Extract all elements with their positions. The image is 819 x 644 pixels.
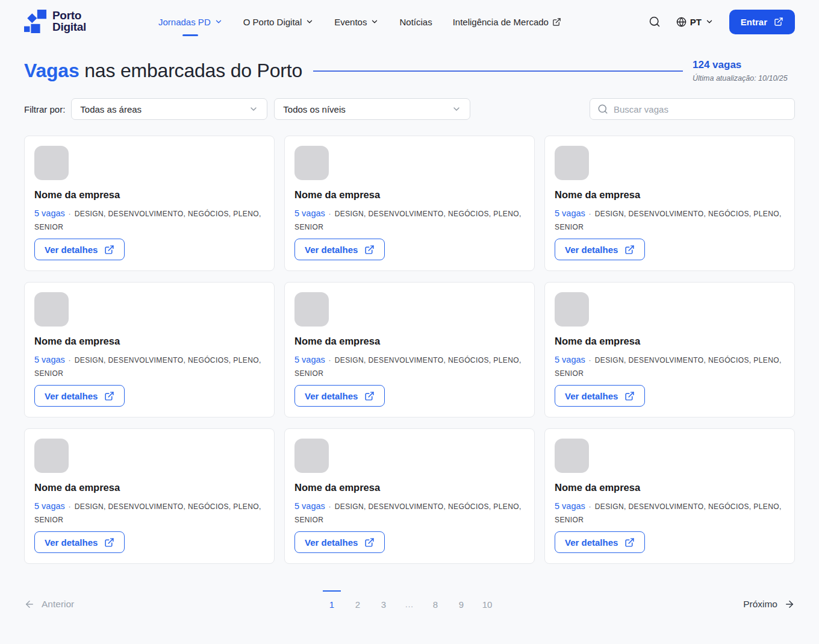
chevron-down-icon [305, 17, 314, 26]
page-title: Vagas nas embarcadas do Porto [24, 60, 302, 82]
meta-separator: · [589, 356, 591, 364]
vacancies-link[interactable]: 5 vagas [34, 501, 65, 511]
external-link-icon [364, 537, 375, 548]
main-nav: Jornadas PD O Porto Digital Eventos Notí… [158, 13, 561, 31]
page-number: ... [404, 600, 415, 609]
view-details-label: Ver detalhes [45, 391, 98, 401]
vacancies-link[interactable]: 5 vagas [34, 355, 65, 364]
nav-item-o-porto-digital[interactable]: O Porto Digital [243, 13, 314, 31]
vacancies-link[interactable]: 5 vagas [294, 501, 325, 511]
meta-separator: · [69, 356, 71, 364]
logo-text: Porto Digital [52, 10, 86, 33]
area-filter-dropdown[interactable]: Todas as áreas [71, 98, 267, 120]
company-logo-placeholder [34, 292, 69, 327]
company-logo-placeholder [294, 439, 329, 473]
nav-item-eventos[interactable]: Eventos [334, 13, 379, 31]
meta-separator: · [329, 210, 331, 218]
company-logo-placeholder [555, 439, 589, 473]
search-icon [597, 104, 608, 114]
external-link-icon [624, 391, 635, 401]
job-meta: 5 vagas · DESIGN, DESENVOLVIMENTO, NEGÓC… [555, 499, 785, 527]
job-card: Nome da empresa 5 vagas · DESIGN, DESENV… [284, 428, 535, 564]
login-button[interactable]: Entrar [729, 10, 795, 34]
job-meta: 5 vagas · DESIGN, DESENVOLVIMENTO, NEGÓC… [294, 206, 525, 234]
job-meta: 5 vagas · DESIGN, DESENVOLVIMENTO, NEGÓC… [555, 352, 785, 380]
view-details-button[interactable]: Ver detalhes [34, 385, 125, 407]
nav-item-jornadas-pd[interactable]: Jornadas PD [158, 13, 223, 31]
company-logo-placeholder [555, 146, 589, 180]
pagination-pages: 123...8910 [326, 599, 493, 610]
vacancies-link[interactable]: 5 vagas [555, 501, 585, 511]
view-details-button[interactable]: Ver detalhes [555, 239, 645, 260]
search-vagas-box [590, 98, 795, 120]
language-selector[interactable]: PT [676, 17, 714, 27]
company-name: Nome da empresa [555, 189, 785, 201]
view-details-button[interactable]: Ver detalhes [294, 531, 385, 553]
view-details-button[interactable]: Ver detalhes [555, 385, 645, 407]
company-name: Nome da empresa [294, 189, 525, 201]
job-card: Nome da empresa 5 vagas · DESIGN, DESENV… [544, 428, 795, 564]
view-details-label: Ver detalhes [565, 537, 618, 548]
company-name: Nome da empresa [294, 336, 525, 347]
page-number[interactable]: 3 [378, 599, 389, 610]
arrow-left-icon [24, 599, 35, 610]
page-number[interactable]: 1 [326, 599, 337, 610]
page-number[interactable]: 9 [456, 599, 467, 610]
job-card: Nome da empresa 5 vagas · DESIGN, DESENV… [544, 282, 795, 417]
external-link-icon [364, 245, 375, 255]
title-divider-line [313, 70, 683, 72]
chevron-down-icon [705, 17, 714, 26]
chevron-down-icon [249, 104, 258, 114]
next-label: Próximo [743, 599, 777, 610]
job-meta: 5 vagas · DESIGN, DESENVOLVIMENTO, NEGÓC… [555, 206, 785, 234]
vacancies-link[interactable]: 5 vagas [555, 355, 585, 364]
view-details-button[interactable]: Ver detalhes [34, 239, 125, 260]
view-details-button[interactable]: Ver detalhes [294, 385, 385, 407]
hero-section: Vagas nas embarcadas do Porto 124 vagas … [0, 59, 819, 83]
view-details-button[interactable]: Ver detalhes [34, 531, 125, 553]
language-label: PT [690, 17, 702, 27]
meta-separator: · [329, 502, 331, 511]
search-vagas-input[interactable] [614, 104, 787, 114]
vacancies-link[interactable]: 5 vagas [294, 208, 325, 218]
header: Porto Digital Jornadas PD O Porto Digita… [0, 0, 819, 43]
page-number[interactable]: 10 [482, 599, 493, 610]
company-logo-placeholder [555, 292, 589, 327]
previous-label: Anterior [42, 599, 74, 610]
external-link-icon [624, 245, 635, 255]
nav-item-noticias[interactable]: Notícias [399, 13, 432, 31]
vacancy-count: 124 vagas [693, 59, 795, 71]
vacancies-link[interactable]: 5 vagas [34, 208, 65, 218]
job-meta: 5 vagas · DESIGN, DESENVOLVIMENTO, NEGÓC… [34, 206, 264, 234]
view-details-label: Ver detalhes [45, 245, 98, 255]
page-number[interactable]: 8 [430, 599, 441, 610]
job-meta: 5 vagas · DESIGN, DESENVOLVIMENTO, NEGÓC… [34, 499, 264, 527]
job-card: Nome da empresa 5 vagas · DESIGN, DESENV… [24, 428, 275, 564]
level-filter-dropdown[interactable]: Todos os níveis [274, 98, 470, 120]
external-link-icon [104, 537, 114, 548]
pagination-next-button[interactable]: Próximo [743, 599, 795, 610]
job-meta: 5 vagas · DESIGN, DESENVOLVIMENTO, NEGÓC… [34, 352, 264, 380]
search-icon [649, 16, 661, 28]
vacancies-link[interactable]: 5 vagas [294, 355, 325, 364]
view-details-label: Ver detalhes [565, 245, 618, 255]
porto-digital-logo[interactable]: Porto Digital [24, 9, 158, 34]
company-name: Nome da empresa [34, 336, 264, 347]
meta-separator: · [589, 210, 591, 218]
job-cards-grid: Nome da empresa 5 vagas · DESIGN, DESENV… [0, 136, 819, 564]
filters-bar: Filtrar por: Todas as áreas Todos os nív… [0, 98, 819, 120]
company-name: Nome da empresa [294, 482, 525, 493]
pagination-previous-button[interactable]: Anterior [24, 599, 74, 610]
meta-separator: · [589, 502, 591, 511]
view-details-button[interactable]: Ver detalhes [294, 239, 385, 260]
view-details-label: Ver detalhes [305, 391, 358, 401]
external-link-icon [104, 391, 114, 401]
job-meta: 5 vagas · DESIGN, DESENVOLVIMENTO, NEGÓC… [294, 499, 525, 527]
search-button[interactable] [649, 16, 661, 28]
external-link-icon [364, 391, 375, 401]
nav-item-inteligencia-de-mercado[interactable]: Inteligência de Mercado [453, 13, 561, 31]
page-number[interactable]: 2 [352, 599, 363, 610]
vacancies-link[interactable]: 5 vagas [555, 208, 585, 218]
job-card: Nome da empresa 5 vagas · DESIGN, DESENV… [24, 282, 275, 417]
view-details-button[interactable]: Ver detalhes [555, 531, 645, 553]
